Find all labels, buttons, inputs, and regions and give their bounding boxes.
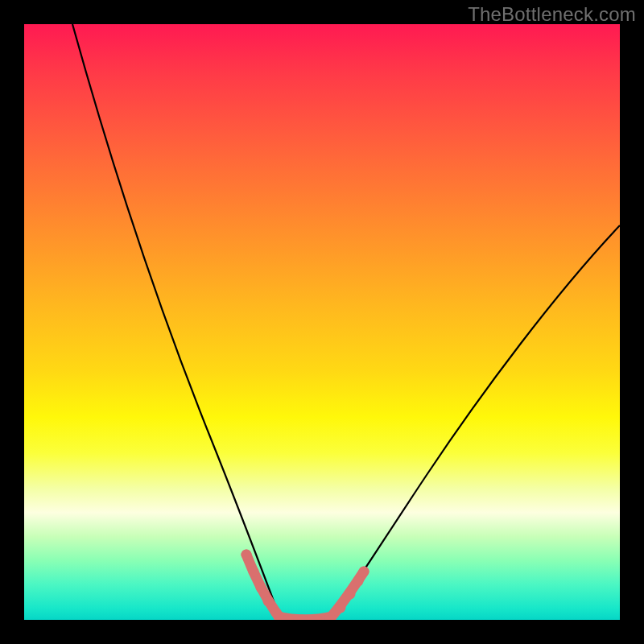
highlight-dot xyxy=(353,576,364,587)
outer-frame: TheBottleneck.com xyxy=(0,0,644,644)
highlight-dot xyxy=(271,608,282,618)
highlight-dot xyxy=(263,597,274,607)
highlight-dot xyxy=(242,550,252,560)
watermark-text: TheBottleneck.com xyxy=(468,3,636,26)
highlight-dot xyxy=(345,589,356,600)
right-curve xyxy=(330,225,620,618)
highlight-dot xyxy=(359,567,369,577)
curve-layer xyxy=(24,24,620,620)
left-curve xyxy=(72,24,280,618)
highlight-dot xyxy=(336,603,346,613)
highlight-dot xyxy=(256,583,266,593)
highlight-dot xyxy=(249,567,259,577)
